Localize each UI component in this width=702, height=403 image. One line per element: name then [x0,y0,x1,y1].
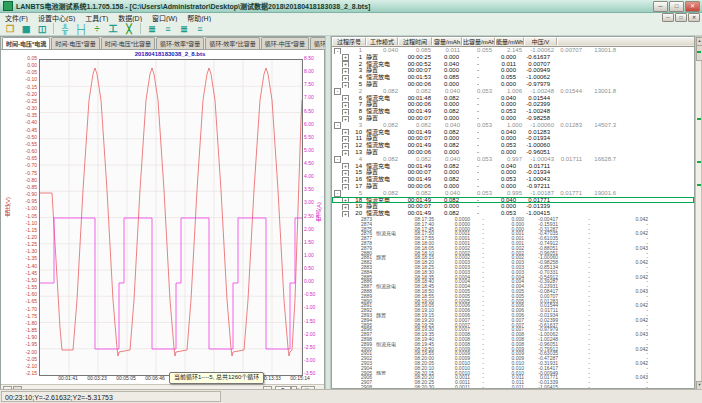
summary-view-icon[interactable]: ≡ [161,23,175,35]
step-row[interactable]: +3静置00:00:070.000-0.000-0.00949 [332,67,695,74]
tab-3[interactable]: 时间-电压*比容量 [101,37,155,49]
menu-文件F[interactable]: 文件(F) [0,15,33,22]
selected-row-highlight[interactable] [332,197,694,204]
step-row[interactable]: +16恒流放电00:01:490.082-0.053-1.00043 [332,176,695,183]
scrollbar-thumb[interactable] [696,45,702,61]
close-button[interactable]: ✕ [685,1,700,12]
left-axis-tick: -0.65 [15,156,37,161]
right-axis-label: 电流(A) [314,202,323,222]
left-axis-tick: -0.20 [15,92,37,97]
maximize-button[interactable]: □ [669,1,684,12]
step-row[interactable]: +20恒流放电00:01:490.082-0.053-1.00415 [332,210,695,217]
export-icon[interactable]: ◫ [35,23,49,35]
right-axis-tick: -3.00 [304,358,326,363]
tab-1[interactable]: 时间-电压*电流 [2,37,50,49]
step-row[interactable]: +10恒流充电00:01:490.082-0.0400.01283 [332,129,695,136]
x-axis-tick: 00:06:46 [141,376,169,381]
step-row[interactable]: +19静置00:00:070.000-0.000-0.01339 [332,203,695,210]
column-header-6[interactable]: 能量/mWh [495,37,524,45]
cycle-summary-row[interactable]: -50.0820.0820.0400.0530.995-1.001870.017… [332,190,695,197]
column-header-4[interactable]: 容量/mAh [432,37,462,45]
clear-icon[interactable]: ╳ [122,23,136,35]
menu-设置中心S[interactable]: 设置中心(S) [33,15,80,22]
menu-窗口W[interactable]: 窗口(W) [147,15,182,22]
list-view-icon[interactable]: ≣ [145,23,159,35]
step-row[interactable]: +11静置00:00:070.000-0.000-0.01934 [332,135,695,142]
detail-view-icon[interactable]: ≣ [177,23,191,35]
column-header-5[interactable]: 比容量/mAh/g [462,37,495,45]
toolbar-separator [53,23,54,34]
mid-voltage-value: 0.01544 [498,95,550,102]
scrollbar-bookmark-mark [697,161,701,163]
open-file-icon[interactable]: ❒ [3,23,17,35]
step-row[interactable]: +1静置00:00:250.000-0.000-0.61637 [332,54,695,61]
crosshair-icon[interactable]: ╬ [58,23,72,35]
column-header-8[interactable] [557,37,695,45]
right-axis-tick: 5.00 [304,148,326,153]
left-axis-tick: 0.05 [15,56,37,61]
step-row[interactable]: +9静置00:00:070.000-0.000-0.98258 [332,115,695,122]
report-view-icon[interactable]: ≡ [193,23,207,35]
x-axis-tick: 00:05:05 [112,376,140,381]
left-axis-tick: -0.50 [15,135,37,140]
range-marker-icon[interactable]: ├┤ [74,23,88,35]
step-row[interactable]: +4恒流放电00:01:530.085-0.055-1.00062 [332,74,695,81]
mid-voltage-value: 0.01283 [498,129,550,136]
column-header-7[interactable]: 中压/V [524,37,557,45]
step-row[interactable]: +14恒流充电00:01:490.082-0.0400.01711 [332,163,695,170]
save-icon[interactable]: ▦ [19,23,33,35]
scrollbar-bookmark-mark [697,184,701,186]
application-window: LANBTS电池测试系统1.1.705.158 - [C:\Users\Admi… [0,0,702,403]
column-header-3[interactable]: 过程时间 [398,37,432,45]
x-axis-tick: 00:15:14 [286,376,314,381]
step-number: 20 [332,210,362,217]
minimize-button[interactable]: ─ [653,1,668,12]
left-axis-tick: 0.00 [15,63,37,68]
right-axis-tick: 2.00 [304,227,326,232]
step-row[interactable]: +8恒流放电00:01:490.082-0.053-1.00248 [332,108,695,115]
mdi-minimize-button[interactable]: ─ [662,13,674,22]
divide-icon[interactable]: ÷ [90,23,104,35]
right-axis-tick: 5.50 [304,135,326,140]
window-title: LANBTS电池测试系统1.1.705.158 - [C:\Users\Admi… [16,1,653,11]
cycle-summary-row[interactable]: -20.0820.0820.0400.0531.006-1.002480.015… [332,88,695,95]
scrollbar-bookmark-mark [697,118,701,120]
table-vertical-scrollbar[interactable]: ▲ ▼ [695,36,702,389]
step-number: 9 [332,115,362,122]
step-row[interactable]: +7静置00:00:060.000-0.000-0.02399 [332,101,695,108]
column-header-2[interactable]: 工作模式 [366,37,398,45]
menu-数据D[interactable]: 数据(D) [113,15,147,22]
x-axis-tick: 00:03:23 [83,376,111,381]
chart-plot-area[interactable] [39,59,303,376]
step-row[interactable]: +5静置00:00:060.000-0.000-0.97979 [332,81,695,88]
mdi-restore-button[interactable]: □ [675,13,687,22]
step-row[interactable]: +2恒流充电00:00:520.040-0.0110.00707 [332,61,695,68]
mid-voltage-value: -0.97979 [498,81,550,88]
right-axis-tick: 8.50 [304,56,326,61]
step-row[interactable]: +6恒流充电00:01:480.082-0.0400.01544 [332,95,695,102]
tab-2[interactable]: 时间-电压*容量 [51,37,99,49]
tab-4[interactable]: 循环-效率*容量 [156,37,204,49]
step-row[interactable]: +15静置00:00:070.000-0.000-0.01934 [332,169,695,176]
tab-6[interactable]: 循环-中压*容量 [261,37,309,49]
menu-帮助H[interactable]: 帮助(H) [182,15,216,22]
cycle-summary-row[interactable]: -30.0820.0820.0400.0531.000-1.000600.012… [332,122,695,129]
tab-5[interactable]: 循环-效率*比容量 [205,37,259,49]
menu-工具T[interactable]: 工具(T) [80,15,113,22]
left-axis-tick: -0.45 [15,128,37,133]
column-header-1[interactable]: 过程序号 [332,37,366,45]
step-row[interactable]: +12恒流放电00:01:490.082-0.053-1.00060 [332,142,695,149]
step-row[interactable]: +13静置00:00:060.000-0.000-0.96051 [332,149,695,156]
cycle-summary-row[interactable]: -10.0400.0850.0110.0552.145-1.000620.007… [332,47,695,54]
left-axis-tick: -0.10 [15,77,37,82]
left-axis-tick: -1.20 [15,235,37,240]
series-电流 [40,218,302,349]
mdi-close-button[interactable]: ✕ [688,13,700,22]
right-axis-tick: -1.00 [304,305,326,310]
tool-icon[interactable]: 工 [106,23,120,35]
cycle-summary-row[interactable]: -40.0820.0820.0400.0530.997-1.000430.017… [332,156,695,163]
mid-voltage-value: -0.96051 [498,149,550,156]
step-number: 4 [332,74,362,81]
right-axis-tick: -1.50 [304,319,326,324]
step-row[interactable]: +17静置00:00:060.000-0.000-0.97211 [332,183,695,190]
